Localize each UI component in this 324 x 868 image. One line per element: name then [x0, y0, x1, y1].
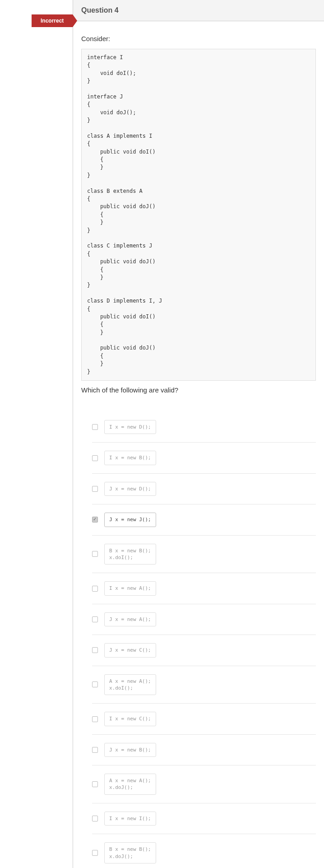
answer-code: A x = new A(); x.doI();: [104, 674, 156, 695]
right-column: Question 4 Consider: interface I { void …: [73, 0, 324, 868]
answer-row: A x = new A(); x.doJ();: [92, 765, 316, 803]
answer-code: B x = new B(); x.doJ();: [104, 842, 156, 863]
answer-code: I x = new I();: [104, 812, 156, 826]
answer-checkbox[interactable]: [92, 781, 98, 787]
answer-code: J x = new C();: [104, 643, 156, 657]
prompt-text: Consider:: [81, 35, 316, 42]
answer-row: I x = new A();: [92, 573, 316, 604]
answer-row: J x = new A();: [92, 604, 316, 635]
answer-checkbox[interactable]: [92, 716, 98, 722]
answer-row: I x = new I();: [92, 803, 316, 834]
answer-row: J x = new J();: [92, 504, 316, 535]
answer-row: I x = new C();: [92, 704, 316, 734]
question-header: Question 4: [73, 0, 324, 21]
answer-checkbox[interactable]: [92, 850, 98, 856]
answer-checkbox[interactable]: [92, 816, 98, 821]
left-column: Incorrect: [0, 0, 73, 868]
answer-code: B x = new B(); x.doI();: [104, 544, 156, 565]
answer-code: A x = new A(); x.doJ();: [104, 774, 156, 795]
answer-checkbox[interactable]: [92, 455, 98, 461]
answer-row: A x = new A(); x.doI();: [92, 666, 316, 704]
answer-code: I x = new C();: [104, 712, 156, 726]
code-block: interface I { void doI(); } interface J …: [81, 49, 316, 381]
incorrect-flag: Incorrect: [32, 14, 73, 27]
question-content: Consider: interface I { void doI(); } in…: [73, 21, 324, 868]
answer-row: J x = new D();: [92, 474, 316, 504]
answers-list: I x = new D();I x = new B();J x = new D(…: [81, 412, 316, 868]
answer-checkbox[interactable]: [92, 517, 98, 523]
answer-code: J x = new B();: [104, 743, 156, 757]
answer-code: J x = new A();: [104, 612, 156, 626]
answer-row: I x = new B();: [92, 443, 316, 473]
answer-code: I x = new B();: [104, 451, 156, 465]
answer-code: I x = new A();: [104, 581, 156, 595]
answer-row: J x = new C();: [92, 635, 316, 666]
answer-checkbox[interactable]: [92, 424, 98, 430]
answer-row: J x = new B();: [92, 735, 316, 765]
answer-row: B x = new B(); x.doJ();: [92, 834, 316, 868]
answer-checkbox[interactable]: [92, 681, 98, 687]
answer-checkbox[interactable]: [92, 586, 98, 592]
follow-text: Which of the following are valid?: [81, 386, 316, 394]
answer-row: B x = new B(); x.doI();: [92, 536, 316, 574]
answer-checkbox[interactable]: [92, 747, 98, 753]
answer-checkbox[interactable]: [92, 616, 98, 622]
answer-row: I x = new D();: [92, 412, 316, 443]
answer-code: J x = new D();: [104, 482, 156, 496]
answer-checkbox[interactable]: [92, 486, 98, 492]
answer-checkbox[interactable]: [92, 551, 98, 557]
answer-checkbox[interactable]: [92, 647, 98, 653]
answer-code: I x = new D();: [104, 420, 156, 434]
answer-code: J x = new J();: [104, 513, 156, 527]
question-container: Incorrect Question 4 Consider: interface…: [0, 0, 324, 868]
